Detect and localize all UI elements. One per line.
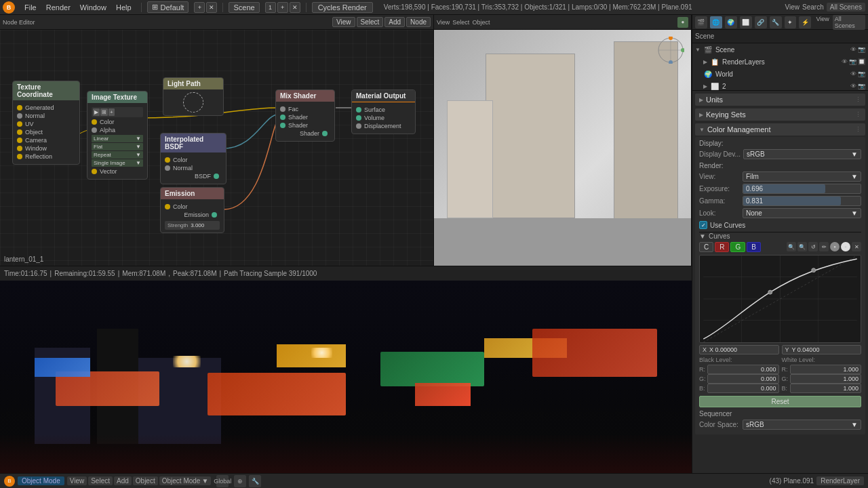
- node-mix-shader[interactable]: Mix Shader Fac Shader Shader Shader: [275, 89, 335, 142]
- black-r-value[interactable]: 0.000: [707, 365, 779, 374]
- curves-zoom-in-btn[interactable]: 🔍: [787, 242, 796, 251]
- channel-b-btn[interactable]: B: [747, 242, 761, 252]
- node-image-texture[interactable]: Image Texture ▶ ⊞ + Color Alpha: [87, 91, 148, 180]
- scene-render-btn[interactable]: 📷: [858, 46, 865, 53]
- render-output-area[interactable]: [0, 281, 692, 473]
- tool-item[interactable]: ⊞: [100, 108, 108, 116]
- menu-file[interactable]: File: [20, 2, 41, 13]
- add-mode-btn[interactable]: Add: [114, 476, 132, 485]
- node-interp-bsdf[interactable]: Interpolated BSDF Color Normal BSDF: [160, 133, 226, 184]
- panel-object-btn[interactable]: ⬜: [740, 16, 752, 28]
- channel-r-btn[interactable]: R: [715, 242, 729, 252]
- black-b-value[interactable]: 0.000: [707, 384, 779, 393]
- curves-black-pt[interactable]: ●: [830, 242, 840, 251]
- display-device-value[interactable]: sRGB ▼: [743, 149, 861, 159]
- channel-c-btn[interactable]: C: [699, 242, 713, 252]
- cm-menu[interactable]: ⋮: [855, 126, 861, 133]
- colorspace-value[interactable]: sRGB ▼: [743, 420, 861, 430]
- expand-obj2[interactable]: ▶: [703, 83, 707, 89]
- panel-world-btn[interactable]: 🌍: [725, 16, 737, 28]
- use-curves-checkbox[interactable]: ✓: [699, 221, 707, 229]
- node-node-btn[interactable]: Node: [406, 17, 431, 27]
- pivot-btn[interactable]: ⊕: [234, 475, 246, 487]
- curves-pen-btn[interactable]: ✏: [819, 242, 829, 251]
- object-mode-menu-btn[interactable]: Object: [133, 476, 158, 485]
- menu-render[interactable]: Render: [42, 2, 75, 13]
- tree-item-world[interactable]: 🌍 World 👁 📷: [692, 68, 868, 80]
- world-cam-btn[interactable]: 📷: [858, 70, 865, 77]
- curves-expand[interactable]: ▼: [699, 232, 706, 240]
- expand-scene[interactable]: ▼: [695, 47, 701, 53]
- panel-particles-btn[interactable]: ✦: [785, 16, 797, 28]
- view-row-value[interactable]: Film ▼: [743, 171, 861, 182]
- obj2-eye-btn[interactable]: 👁: [850, 83, 856, 89]
- keying-sets-header[interactable]: ▶ Keying Sets ⋮: [695, 108, 865, 121]
- node-editor[interactable]: Node Editor View Select Add Node: [0, 15, 434, 266]
- rl-icon-btn[interactable]: 🔲: [858, 58, 865, 65]
- scene-num-btn[interactable]: 1: [265, 2, 276, 13]
- rl-cam-btn[interactable]: 📷: [849, 58, 856, 65]
- object-menu-btn[interactable]: Object: [472, 19, 490, 26]
- node-add-btn[interactable]: Add: [384, 17, 405, 27]
- curve-y-coord[interactable]: Y Y 0.04000: [782, 345, 862, 354]
- linear-setting[interactable]: Linear ▼: [92, 135, 143, 142]
- panel-modifiers-btn[interactable]: 🔧: [770, 16, 782, 28]
- snap-btn[interactable]: 🔧: [249, 475, 261, 487]
- panel-render-btn[interactable]: 🎬: [695, 16, 707, 28]
- node-light-path[interactable]: Light Path: [163, 77, 224, 116]
- white-r-value[interactable]: 1.000: [790, 365, 862, 374]
- flat-setting[interactable]: Flat ▼: [92, 143, 143, 150]
- all-scenes-btn[interactable]: All Scenes: [827, 3, 865, 12]
- scene-eye-btn[interactable]: 👁: [850, 46, 856, 53]
- nav-widget[interactable]: [657, 37, 684, 64]
- viewport-content[interactable]: [434, 30, 691, 266]
- workspace-selector[interactable]: ⊞ Default: [147, 1, 189, 13]
- units-header[interactable]: ▶ Units ⋮: [695, 94, 865, 106]
- engine-selector[interactable]: Cycles Render: [312, 2, 373, 13]
- object-mode-indicator[interactable]: Object Mode: [18, 476, 64, 485]
- add-scene-btn[interactable]: +: [277, 2, 288, 13]
- rl-eye-btn[interactable]: 👁: [842, 58, 848, 65]
- curves-graph[interactable]: [699, 255, 861, 343]
- white-g-value[interactable]: 1.000: [790, 374, 862, 384]
- search-btn[interactable]: Search: [802, 3, 824, 11]
- node-emission[interactable]: Emission Color Emission Strength 3.000: [160, 187, 224, 233]
- curves-reset-view-btn[interactable]: ↺: [808, 242, 818, 251]
- curves-white-pt[interactable]: ●: [841, 242, 850, 251]
- single-image-setting[interactable]: Single Image ▼: [92, 159, 143, 167]
- look-value[interactable]: None ▼: [743, 208, 861, 218]
- select-menu-btn[interactable]: Select: [452, 19, 469, 26]
- channel-g-btn[interactable]: G: [730, 242, 745, 252]
- black-g-value[interactable]: 0.000: [707, 374, 779, 384]
- exposure-value[interactable]: 0.696: [743, 184, 861, 194]
- repeat-setting[interactable]: Repeat ▼: [92, 151, 143, 159]
- node-material-output[interactable]: Material Output Surface Volume Displacem…: [351, 89, 416, 134]
- node-canvas[interactable]: Texture Coordinate Generated Normal UV O…: [0, 30, 433, 266]
- object-mode-dropdown[interactable]: Object Mode ▼: [159, 476, 212, 485]
- menu-window[interactable]: Window: [76, 2, 111, 13]
- scene-selector[interactable]: Scene: [229, 2, 259, 13]
- global-btn[interactable]: Global: [216, 475, 229, 487]
- panel-scene-btn[interactable]: 🌐: [710, 16, 722, 28]
- obj2-cam-btn[interactable]: 📷: [858, 83, 865, 89]
- select-mode-btn[interactable]: Select: [88, 476, 113, 485]
- tree-item-scene[interactable]: ▼ 🎬 Scene 👁 📷: [692, 43, 868, 56]
- units-menu[interactable]: ⋮: [855, 96, 861, 103]
- tool-item[interactable]: ▶: [93, 108, 100, 116]
- curves-close-btn[interactable]: ✕: [852, 242, 861, 251]
- node-select-btn[interactable]: Select: [357, 17, 384, 27]
- close-scene-btn[interactable]: ✕: [290, 2, 300, 13]
- all-scenes-right-btn[interactable]: All Scenes: [833, 15, 865, 30]
- render-layer-btn[interactable]: RenderLayer: [816, 476, 864, 485]
- add-window-btn[interactable]: +: [194, 2, 205, 13]
- curve-x-coord[interactable]: X X 0.00000: [699, 345, 779, 354]
- view-mode-btn[interactable]: View: [67, 476, 87, 485]
- tree-item-renderlayers[interactable]: ▶ 📋 RenderLayers 👁 📷 🔲: [692, 56, 868, 68]
- close-window-btn[interactable]: ✕: [206, 2, 217, 13]
- view-menu-btn[interactable]: View: [437, 19, 450, 26]
- menu-help[interactable]: Help: [112, 2, 136, 13]
- panel-physics-btn[interactable]: ⚡: [799, 16, 811, 28]
- curves-zoom-out-btn[interactable]: 🔍: [797, 242, 807, 251]
- gamma-value[interactable]: 0.831: [743, 196, 861, 206]
- view-all-btn[interactable]: View: [814, 15, 831, 30]
